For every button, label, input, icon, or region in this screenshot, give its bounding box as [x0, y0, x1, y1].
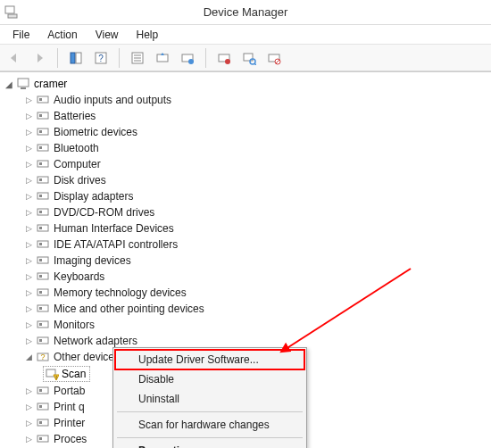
tree-node[interactable]: ▷Mice and other pointing devices [4, 301, 491, 317]
expand-icon[interactable]: ▷ [23, 419, 34, 427]
menu-view[interactable]: View [87, 27, 128, 43]
help-button[interactable]: ? [90, 47, 112, 69]
device-category-icon [36, 253, 50, 268]
tree-node[interactable]: ▷Biometric devices [4, 124, 491, 140]
svg-rect-32 [39, 162, 42, 165]
expand-icon[interactable]: ▷ [23, 95, 34, 104]
menu-bar: File Action View Help [0, 25, 491, 45]
expand-icon[interactable]: ▷ [23, 402, 34, 411]
expand-icon[interactable]: ▷ [23, 192, 34, 201]
ctx-disable[interactable]: Disable [115, 369, 304, 389]
collapse-icon[interactable]: ◢ [23, 353, 34, 361]
svg-text:?: ? [40, 353, 45, 361]
node-label: Proces [54, 433, 87, 445]
disable-button[interactable] [263, 47, 285, 69]
expand-icon[interactable]: ▷ [23, 208, 34, 217]
svg-rect-49 [37, 305, 48, 311]
properties-button[interactable] [127, 47, 148, 69]
node-label: Computer [54, 158, 101, 170]
expand-icon[interactable]: ▷ [23, 320, 34, 329]
toolbar-separator [205, 48, 206, 68]
show-hide-tree-button[interactable] [65, 47, 87, 69]
svg-rect-44 [39, 259, 42, 261]
tree-node[interactable]: ▷Computer [4, 156, 491, 172]
node-label: Other devices [54, 351, 120, 363]
ctx-scan[interactable]: Scan for hardware changes [115, 415, 304, 435]
device-category-icon [36, 318, 50, 332]
add-legacy-button[interactable] [177, 47, 198, 69]
device-category-icon [36, 93, 50, 107]
svg-point-12 [188, 59, 194, 64]
tree-root[interactable]: ◢ cramer [4, 76, 491, 92]
tree-node[interactable]: ▷Disk drives [4, 172, 491, 188]
svg-rect-36 [39, 195, 42, 197]
node-label: Audio inputs and outputs [54, 94, 171, 106]
expand-icon[interactable]: ▷ [23, 128, 34, 137]
update-driver-button[interactable] [152, 47, 173, 69]
expand-icon[interactable]: ▷ [23, 336, 34, 345]
node-label: Mice and other pointing devices [54, 303, 204, 315]
device-category-icon [36, 432, 50, 446]
node-label: Batteries [54, 110, 96, 122]
expand-icon[interactable]: ▷ [23, 112, 34, 120]
back-button[interactable] [4, 47, 25, 69]
svg-rect-51 [37, 321, 48, 328]
svg-rect-66 [39, 437, 42, 440]
expand-icon[interactable]: ▷ [23, 240, 34, 249]
uninstall-button[interactable] [213, 47, 235, 69]
expand-icon[interactable]: ▷ [23, 160, 34, 169]
svg-rect-45 [37, 273, 48, 279]
tree-node[interactable]: ▷IDE ATA/ATAPI controllers [4, 236, 491, 253]
node-label: Network adapters [54, 335, 137, 347]
forward-button[interactable] [29, 47, 50, 69]
svg-rect-42 [39, 243, 42, 245]
svg-rect-10 [157, 54, 168, 62]
menu-action[interactable]: Action [38, 27, 86, 43]
node-label: Human Interface Devices [54, 222, 174, 235]
ctx-uninstall[interactable]: Uninstall [115, 389, 304, 409]
expand-icon[interactable]: ▷ [23, 224, 34, 233]
expand-icon[interactable]: ▷ [23, 256, 34, 265]
ctx-properties[interactable]: Properties [115, 441, 304, 448]
ctx-update-driver[interactable]: Update Driver Software... [115, 350, 304, 369]
svg-rect-1 [8, 14, 17, 18]
svg-rect-48 [39, 291, 42, 294]
expand-icon[interactable]: ▷ [23, 144, 34, 153]
tree-node[interactable]: ▷DVD/CD-ROM drives [4, 204, 491, 220]
menu-help[interactable]: Help [128, 27, 168, 43]
tree-node[interactable]: ▷Bluetooth [4, 140, 491, 156]
tree-node[interactable]: ▷Batteries [4, 108, 491, 124]
collapse-icon[interactable]: ◢ [4, 79, 14, 89]
expand-icon[interactable]: ▷ [23, 288, 34, 297]
svg-rect-3 [76, 53, 81, 63]
device-category-icon [36, 400, 50, 414]
expand-icon[interactable]: ▷ [23, 272, 34, 281]
tree-node[interactable]: ▷Memory technology devices [4, 285, 491, 301]
tree-node[interactable]: ▷Display adapters [4, 188, 491, 204]
tree-node[interactable]: ▷Monitors [4, 317, 491, 333]
svg-rect-53 [37, 337, 48, 344]
expand-icon[interactable]: ▷ [23, 304, 34, 313]
svg-rect-35 [37, 193, 48, 199]
svg-rect-23 [37, 96, 48, 103]
device-category-icon [36, 270, 50, 284]
tree-node[interactable]: ▷Imaging devices [4, 253, 491, 269]
toolbar-separator [57, 48, 58, 68]
expand-icon[interactable]: ▷ [23, 386, 34, 395]
tree-node[interactable]: ▷Keyboards [4, 269, 491, 285]
tree-node[interactable]: ▷Audio inputs and outputs [4, 92, 491, 108]
scan-hardware-button[interactable] [238, 47, 260, 69]
tree-node[interactable]: ▷Human Interface Devices [4, 220, 491, 236]
node-label: Biometric devices [54, 126, 137, 138]
menu-file[interactable]: File [4, 27, 38, 43]
svg-rect-43 [37, 257, 48, 263]
node-label: IDE ATA/ATAPI controllers [54, 238, 178, 251]
menu-separator [117, 411, 303, 412]
device-category-icon [36, 125, 50, 139]
svg-rect-63 [37, 419, 48, 426]
expand-icon[interactable]: ▷ [23, 435, 34, 444]
toolbar-separator [119, 48, 120, 68]
svg-rect-59 [37, 387, 48, 394]
expand-icon[interactable]: ▷ [23, 176, 34, 185]
device-category-icon [36, 141, 50, 155]
